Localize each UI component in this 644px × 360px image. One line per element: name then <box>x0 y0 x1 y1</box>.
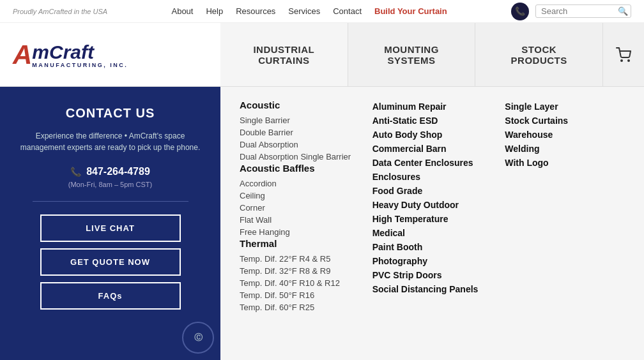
stock-curtains-link[interactable]: Stock Curtains <box>505 114 625 128</box>
contact-title: CONTACT US <box>66 106 155 121</box>
search-input[interactable] <box>541 6 618 16</box>
photography-link[interactable]: Photography <box>372 254 493 268</box>
pvc-strip-doors-link[interactable]: PVC Strip Doors <box>372 268 493 282</box>
acoustic-section: Acoustic Single Barrier Double Barrier D… <box>240 100 360 163</box>
anti-static-link[interactable]: Anti-Static ESD <box>372 114 493 128</box>
svg-point-0 <box>621 60 622 61</box>
enclosures-link[interactable]: Enclosures <box>372 170 493 184</box>
get-quote-button[interactable]: GET QUOTE NOW <box>40 248 181 276</box>
thermal-title: Thermal <box>240 238 360 249</box>
top-nav: About Help Resources Services Contact Bu… <box>171 6 447 16</box>
single-barrier-link[interactable]: Single Barrier <box>240 114 360 126</box>
acoustic-baffles-section: Acoustic Baffles Accordion Ceiling Corne… <box>240 163 360 238</box>
sidebar-divider <box>33 201 188 202</box>
hours-text: (Mon-Fri, 8am – 5pm CST) <box>68 181 152 188</box>
commercial-barn-link[interactable]: Commercial Barn <box>372 142 493 156</box>
temp-22-link[interactable]: Temp. Dif. 22°F R4 & R5 <box>240 253 360 265</box>
build-curtain-link[interactable]: Build Your Curtain <box>374 6 447 16</box>
dual-absorption-link[interactable]: Dual Absorption <box>240 139 360 151</box>
warehouse-link[interactable]: Warehouse <box>505 128 625 142</box>
food-grade-link[interactable]: Food Grade <box>372 184 493 198</box>
logo-a: A <box>13 41 32 68</box>
faq-button[interactable]: FAQs <box>40 282 181 310</box>
logo[interactable]: A mCraft MANUFACTURING, INC. <box>13 41 128 68</box>
dual-absorption-single-link[interactable]: Dual Absorption Single Barrier <box>240 151 360 163</box>
sidebar: CONTACT US Experience the difference • A… <box>0 87 220 360</box>
svg-point-1 <box>628 60 629 61</box>
phone-icon[interactable]: 📞 <box>511 3 529 20</box>
top-bar: Proudly AmCrafted in the USA About Help … <box>0 0 644 23</box>
contact-description: Experience the difference • AmCraft's sp… <box>13 130 208 153</box>
nav-mounting-systems[interactable]: MOUNTING SYSTEMS <box>348 23 476 86</box>
main-header: A mCraft MANUFACTURING, INC. INDUSTRIAL … <box>0 23 644 87</box>
phone-icon-sidebar: 📞 <box>70 167 81 177</box>
search-icon: 🔍 <box>618 6 628 16</box>
nav-resources[interactable]: Resources <box>236 6 275 16</box>
nav-industrial-curtains[interactable]: INDUSTRIAL CURTAINS <box>220 23 348 86</box>
ceiling-link[interactable]: Ceiling <box>240 190 360 202</box>
temp-60-link[interactable]: Temp. Dif. 60°F R25 <box>240 301 360 313</box>
badge-text: Ⓒ <box>194 332 203 343</box>
auto-body-shop-link[interactable]: Auto Body Shop <box>372 128 493 142</box>
medical-link[interactable]: Medical <box>372 226 493 240</box>
with-logo-link[interactable]: With Logo <box>505 156 625 170</box>
menu-col-3: Single Layer Stock Curtains Warehouse We… <box>505 100 625 347</box>
logo-mcraft: mCraft <box>32 43 128 62</box>
temp-50-link[interactable]: Temp. Dif. 50°F R16 <box>240 289 360 301</box>
paint-booth-link[interactable]: Paint Booth <box>372 240 493 254</box>
welding-link[interactable]: Welding <box>505 142 625 156</box>
single-layer-link[interactable]: Single Layer <box>505 100 625 114</box>
acoustic-baffles-title: Acoustic Baffles <box>240 163 360 174</box>
menu-col-1: Acoustic Single Barrier Double Barrier D… <box>240 100 360 347</box>
dropdown-menu: Acoustic Single Barrier Double Barrier D… <box>220 87 644 360</box>
high-temperature-link[interactable]: High Temperature <box>372 212 493 226</box>
content-area: CONTACT US Experience the difference • A… <box>0 87 644 360</box>
free-hanging-link[interactable]: Free Hanging <box>240 226 360 238</box>
corner-link[interactable]: Corner <box>240 202 360 214</box>
temp-32-link[interactable]: Temp. Dif. 32°F R8 & R9 <box>240 265 360 277</box>
nav-help[interactable]: Help <box>206 6 223 16</box>
nav-about[interactable]: About <box>171 6 193 16</box>
data-center-link[interactable]: Data Center Enclosures <box>372 156 493 170</box>
social-distancing-link[interactable]: Social Distancing Panels <box>372 282 493 296</box>
heavy-duty-outdoor-link[interactable]: Heavy Duty Outdoor <box>372 198 493 212</box>
phone-row: 📞 847-264-4789 <box>70 166 150 177</box>
flat-wall-link[interactable]: Flat Wall <box>240 214 360 226</box>
live-chat-button[interactable]: LIVE CHAT <box>40 214 181 242</box>
logo-subtitle: MANUFACTURING, INC. <box>32 62 128 68</box>
nav-services[interactable]: Services <box>288 6 320 16</box>
nav-stock-products[interactable]: STOCK PRODUCTS <box>475 23 603 86</box>
phone-number[interactable]: 847-264-4789 <box>86 166 150 177</box>
logo-area[interactable]: A mCraft MANUFACTURING, INC. <box>0 41 220 68</box>
acoustic-title: Acoustic <box>240 100 360 110</box>
accordion-link[interactable]: Accordion <box>240 177 360 190</box>
main-nav: INDUSTRIAL CURTAINS MOUNTING SYSTEMS STO… <box>220 23 644 86</box>
thermal-section: Thermal Temp. Dif. 22°F R4 & R5 Temp. Di… <box>240 238 360 313</box>
menu-col-2: Aluminum Repair Anti-Static ESD Auto Bod… <box>372 100 493 347</box>
tagline: Proudly AmCrafted in the USA <box>13 8 107 15</box>
aluminum-repair-link[interactable]: Aluminum Repair <box>372 100 493 114</box>
search-box[interactable]: 🔍 <box>535 4 631 18</box>
cart-icon[interactable] <box>603 23 644 86</box>
top-bar-right: 📞 🔍 <box>511 3 631 20</box>
phone-symbol: 📞 <box>515 6 525 16</box>
nav-contact[interactable]: Contact <box>333 6 362 16</box>
temp-40-link[interactable]: Temp. Dif. 40°F R10 & R12 <box>240 277 360 289</box>
sidebar-badge: Ⓒ <box>182 322 214 354</box>
double-barrier-link[interactable]: Double Barrier <box>240 126 360 139</box>
